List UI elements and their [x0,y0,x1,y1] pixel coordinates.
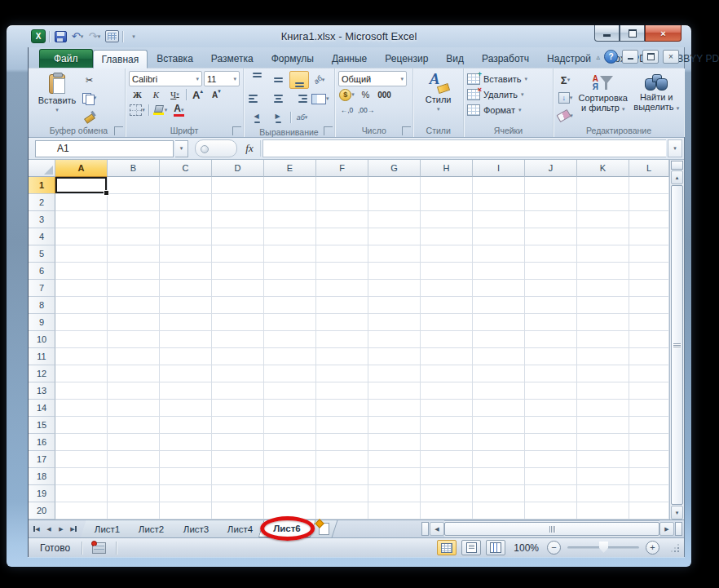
cell-J11[interactable] [525,348,577,365]
cell-C1[interactable] [160,177,212,194]
cell-F18[interactable] [316,468,368,485]
format-painter-button[interactable] [81,108,98,123]
delete-cells-button[interactable]: × Удалить▾ [467,86,549,102]
scroll-up-button[interactable]: ▴ [671,170,683,184]
column-header-J[interactable]: J [525,160,577,177]
increase-decimal-button[interactable]: ←,0 [338,103,355,117]
expand-formula-bar-button[interactable]: ▾ [668,139,682,157]
scroll-right-button[interactable]: ▶ [659,522,674,536]
cell-K15[interactable] [577,417,629,434]
cell-F5[interactable] [316,245,368,263]
comma-style-button[interactable]: 000 [376,87,393,102]
column-header-K[interactable]: K [577,160,629,177]
cell-I19[interactable] [473,485,525,502]
row-header-16[interactable]: 16 [29,434,55,451]
row-header-5[interactable]: 5 [29,245,55,263]
cell-D17[interactable] [212,451,264,468]
cell-I10[interactable] [473,331,525,348]
cell-B12[interactable] [108,365,160,382]
cell-D7[interactable] [212,280,264,297]
cell-C14[interactable] [160,400,212,417]
cell-D4[interactable] [212,228,264,245]
cell-J4[interactable] [525,228,577,245]
row-header-1[interactable]: 1 [29,177,55,194]
page-break-view-button[interactable] [486,540,505,555]
cell-K19[interactable] [577,485,629,502]
cell-J15[interactable] [525,417,577,434]
zoom-slider-thumb[interactable] [599,542,608,553]
align-center-button[interactable] [268,90,288,108]
cell-K20[interactable] [577,502,629,519]
cell-K12[interactable] [577,365,629,382]
cell-J19[interactable] [525,485,577,502]
cell-H4[interactable] [421,228,473,245]
decrease-decimal-button[interactable]: ,00→ [357,103,375,117]
cell-G4[interactable] [368,228,421,245]
ribbon-tab-разработч[interactable]: Разработч [473,49,538,68]
cell-C3[interactable] [160,211,212,228]
cell-H13[interactable] [421,382,473,400]
excel-logo-icon[interactable]: X [31,29,46,43]
cell-G11[interactable] [368,348,421,365]
cell-C6[interactable] [160,263,212,280]
row-header-19[interactable]: 19 [29,485,55,502]
cell-D5[interactable] [212,245,264,263]
cell-K8[interactable] [577,297,629,314]
save-button[interactable] [53,29,68,43]
percent-style-button[interactable]: % [357,87,374,102]
cell-G6[interactable] [368,263,421,280]
number-format-combo[interactable]: Общий▾ [338,71,407,86]
cell-C5[interactable] [160,245,212,263]
cell-A15[interactable] [55,417,108,434]
cell-B13[interactable] [108,382,160,400]
cell-C4[interactable] [160,228,212,245]
column-header-F[interactable]: F [316,160,368,177]
copy-button[interactable]: ▾ [81,91,98,105]
horizontal-scroll-thumb[interactable] [444,522,659,536]
align-right-button[interactable] [289,90,309,108]
cell-H20[interactable] [421,502,473,519]
cell-D13[interactable] [212,382,264,400]
minimize-button[interactable] [594,25,620,42]
cell-A17[interactable] [55,451,108,468]
scrollbar-split-handle[interactable] [675,522,682,536]
scroll-left-button[interactable]: ◀ [430,522,444,536]
cell-E6[interactable] [264,263,316,280]
title-bar[interactable]: X ↶▾ ↷▾ ▾ Книга1.xlsx - Microsoft Excel … [7,25,691,47]
workbook-restore-button[interactable] [642,50,659,64]
ribbon-tab-рецензир[interactable]: Рецензир [376,49,437,68]
help-icon[interactable]: ? [604,50,618,64]
column-header-B[interactable]: B [108,160,160,177]
vertical-scroll-thumb[interactable] [671,185,683,505]
cell-B18[interactable] [108,468,160,485]
cell-K1[interactable] [577,177,629,194]
cell-J1[interactable] [525,177,577,194]
column-header-H[interactable]: H [421,160,473,177]
ribbon-tab-вставка[interactable]: Вставка [148,49,202,68]
accounting-format-button[interactable]: $▾ [338,87,355,102]
zoom-slider-track[interactable] [567,546,639,549]
cell-C2[interactable] [160,194,212,211]
cell-B3[interactable] [108,211,160,228]
ribbon-tab-вид[interactable]: Вид [437,49,473,68]
cell-E16[interactable] [264,434,316,451]
macro-record-button[interactable] [92,542,106,554]
cell-E19[interactable] [264,485,316,502]
cell-J3[interactable] [525,211,577,228]
cell-G1[interactable] [368,177,421,194]
bold-button[interactable]: Ж [129,87,146,102]
cell-F10[interactable] [316,331,368,348]
ribbon-tab-file[interactable]: Файл [39,49,93,68]
cell-F20[interactable] [316,502,368,519]
workbook-minimize-button[interactable] [622,50,638,64]
cell-H6[interactable] [421,263,473,280]
cell-L5[interactable] [629,245,669,263]
cell-L9[interactable] [629,314,669,331]
ribbon-tab-данные[interactable]: Данные [323,49,376,68]
cell-C20[interactable] [160,502,212,519]
cell-J18[interactable] [525,468,577,485]
cell-G16[interactable] [368,434,421,451]
row-header-15[interactable]: 15 [29,417,55,434]
resize-grip[interactable] [669,542,681,554]
cell-I4[interactable] [473,228,525,245]
